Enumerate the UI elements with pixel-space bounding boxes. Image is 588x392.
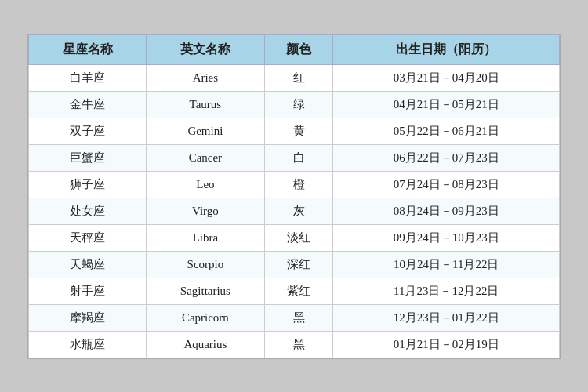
cell-r10-c1: Aquarius bbox=[147, 331, 264, 358]
cell-r4-c0: 狮子座 bbox=[29, 171, 147, 198]
cell-r1-c1: Taurus bbox=[147, 91, 264, 118]
cell-r7-c3: 10月24日－11月22日 bbox=[333, 251, 560, 278]
cell-r3-c1: Cancer bbox=[147, 144, 264, 171]
cell-r7-c0: 天蝎座 bbox=[29, 251, 147, 278]
cell-r9-c0: 摩羯座 bbox=[29, 304, 147, 331]
table-header-row: 星座名称 英文名称 颜色 出生日期（阳历） bbox=[29, 34, 560, 64]
cell-r2-c0: 双子座 bbox=[29, 118, 147, 144]
cell-r1-c2: 绿 bbox=[264, 91, 333, 118]
table-row: 天蝎座Scorpio深红10月24日－11月22日 bbox=[29, 251, 560, 278]
table-row: 白羊座Aries红03月21日－04月20日 bbox=[29, 64, 560, 91]
table-row: 天秤座Libra淡红09月24日－10月23日 bbox=[29, 224, 560, 251]
cell-r3-c3: 06月22日－07月23日 bbox=[333, 144, 560, 171]
zodiac-table: 星座名称 英文名称 颜色 出生日期（阳历） 白羊座Aries红03月21日－04… bbox=[28, 34, 560, 358]
cell-r1-c0: 金牛座 bbox=[29, 91, 147, 118]
cell-r2-c1: Gemini bbox=[147, 118, 264, 144]
cell-r6-c2: 淡红 bbox=[264, 224, 333, 251]
cell-r8-c1: Sagittarius bbox=[147, 278, 264, 304]
cell-r5-c1: Virgo bbox=[147, 198, 264, 224]
table-row: 摩羯座Capricorn黑12月23日－01月22日 bbox=[29, 304, 560, 331]
table-row: 狮子座Leo橙07月24日－08月23日 bbox=[29, 171, 560, 198]
cell-r10-c3: 01月21日－02月19日 bbox=[333, 331, 560, 358]
table-row: 处女座Virgo灰08月24日－09月23日 bbox=[29, 198, 560, 224]
cell-r0-c0: 白羊座 bbox=[29, 64, 147, 91]
cell-r4-c2: 橙 bbox=[264, 171, 333, 198]
cell-r5-c2: 灰 bbox=[264, 198, 333, 224]
cell-r0-c3: 03月21日－04月20日 bbox=[333, 64, 560, 91]
table-row: 巨蟹座Cancer白06月22日－07月23日 bbox=[29, 144, 560, 171]
cell-r9-c2: 黑 bbox=[264, 304, 333, 331]
table-row: 水瓶座Aquarius黑01月21日－02月19日 bbox=[29, 331, 560, 358]
cell-r5-c3: 08月24日－09月23日 bbox=[333, 198, 560, 224]
col-header-english-name: 英文名称 bbox=[147, 34, 264, 64]
cell-r1-c3: 04月21日－05月21日 bbox=[333, 91, 560, 118]
table-row: 金牛座Taurus绿04月21日－05月21日 bbox=[29, 91, 560, 118]
cell-r8-c3: 11月23日－12月22日 bbox=[333, 278, 560, 304]
zodiac-table-container: 星座名称 英文名称 颜色 出生日期（阳历） 白羊座Aries红03月21日－04… bbox=[27, 34, 561, 359]
cell-r2-c2: 黄 bbox=[264, 118, 333, 144]
cell-r2-c3: 05月22日－06月21日 bbox=[333, 118, 560, 144]
cell-r0-c1: Aries bbox=[147, 64, 264, 91]
cell-r8-c2: 紫红 bbox=[264, 278, 333, 304]
table-body: 白羊座Aries红03月21日－04月20日金牛座Taurus绿04月21日－0… bbox=[29, 64, 560, 358]
cell-r0-c2: 红 bbox=[264, 64, 333, 91]
cell-r7-c1: Scorpio bbox=[147, 251, 264, 278]
cell-r6-c3: 09月24日－10月23日 bbox=[333, 224, 560, 251]
col-header-chinese-name: 星座名称 bbox=[29, 34, 147, 64]
cell-r6-c1: Libra bbox=[147, 224, 264, 251]
cell-r9-c1: Capricorn bbox=[147, 304, 264, 331]
cell-r4-c1: Leo bbox=[147, 171, 264, 198]
col-header-birthday: 出生日期（阳历） bbox=[333, 34, 560, 64]
cell-r3-c0: 巨蟹座 bbox=[29, 144, 147, 171]
cell-r10-c2: 黑 bbox=[264, 331, 333, 358]
cell-r7-c2: 深红 bbox=[264, 251, 333, 278]
table-row: 双子座Gemini黄05月22日－06月21日 bbox=[29, 118, 560, 144]
cell-r10-c0: 水瓶座 bbox=[29, 331, 147, 358]
cell-r5-c0: 处女座 bbox=[29, 198, 147, 224]
cell-r9-c3: 12月23日－01月22日 bbox=[333, 304, 560, 331]
cell-r3-c2: 白 bbox=[264, 144, 333, 171]
table-row: 射手座Sagittarius紫红11月23日－12月22日 bbox=[29, 278, 560, 304]
cell-r4-c3: 07月24日－08月23日 bbox=[333, 171, 560, 198]
cell-r6-c0: 天秤座 bbox=[29, 224, 147, 251]
cell-r8-c0: 射手座 bbox=[29, 278, 147, 304]
col-header-color: 颜色 bbox=[264, 34, 333, 64]
